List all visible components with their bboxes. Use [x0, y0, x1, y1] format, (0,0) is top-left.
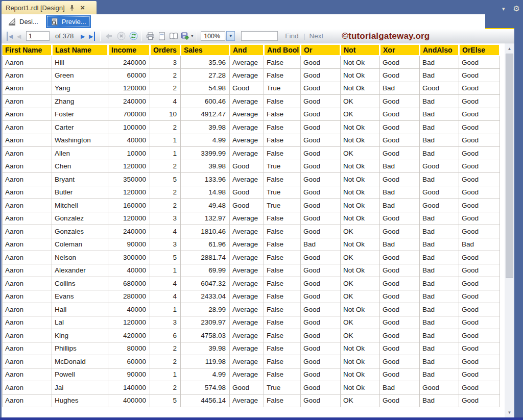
next-link[interactable]: Next	[310, 32, 324, 40]
export-button[interactable]: ▾	[181, 31, 193, 41]
cell: Good	[459, 82, 500, 95]
next-page-icon: ▶	[81, 32, 85, 41]
cell: Aaron	[3, 186, 52, 199]
tab-design[interactable]: Desi...	[4, 15, 43, 28]
zoom-caret-icon[interactable]: ▼	[226, 31, 235, 41]
cell: 4.99	[181, 368, 230, 381]
pin-icon[interactable]	[68, 4, 76, 11]
tab-preview[interactable]: Previe...	[46, 15, 91, 28]
table-row: AaronHall40000128.99AverageFalseGoodNot …	[3, 303, 500, 316]
prev-page-icon: ◀	[17, 32, 21, 41]
cell: Jai	[52, 381, 108, 394]
column-header-not: Not	[341, 45, 380, 56]
cell: Good	[301, 290, 341, 303]
cell: Not Ok	[341, 238, 380, 251]
chevron-down-icon[interactable]: ▾	[502, 6, 505, 12]
cell: Not Ok	[341, 342, 380, 355]
cell: Good	[459, 264, 500, 277]
cell: 140000	[108, 381, 150, 394]
cell: Good	[380, 121, 420, 134]
cell: 14.98	[181, 186, 230, 199]
zoom-select[interactable]: 100%	[201, 31, 225, 41]
cell: 2	[150, 355, 181, 368]
cell: Coleman	[52, 238, 108, 251]
cell: 300000	[108, 251, 150, 264]
cell: 1	[150, 303, 181, 316]
cell: 10000	[108, 147, 150, 160]
cell: False	[264, 277, 301, 290]
scrollbar-thumb[interactable]	[506, 54, 513, 278]
cell: Average	[230, 290, 264, 303]
cell: Lal	[52, 316, 108, 329]
scroll-down-icon[interactable]: ▼	[505, 408, 514, 416]
cell: Good	[420, 160, 459, 173]
cell: Not Ok	[341, 134, 380, 147]
cell: Aaron	[3, 394, 52, 407]
cell: Good	[380, 56, 420, 69]
cell: Not Ok	[341, 56, 380, 69]
cell: Good	[380, 264, 420, 277]
table-row: AaronNelson30000052881.74AverageFalseGoo…	[3, 251, 500, 264]
find-input[interactable]	[241, 31, 278, 41]
cell: 61.96	[181, 238, 230, 251]
cell: Good	[230, 199, 264, 212]
cell: True	[264, 186, 301, 199]
cell: Good	[301, 134, 341, 147]
mode-tab-strip: Desi... Previe...	[2, 14, 485, 29]
cell: Good	[459, 342, 500, 355]
cell: Bad	[380, 160, 420, 173]
cell: OK	[341, 251, 380, 264]
cell: Mitchell	[52, 199, 108, 212]
print-button[interactable]	[146, 31, 155, 41]
page-number-input[interactable]	[26, 31, 50, 41]
vertical-scrollbar[interactable]: ▲ ▼	[505, 43, 514, 417]
cell: Good	[459, 121, 500, 134]
cell: False	[264, 251, 301, 264]
cell: 3399.99	[181, 147, 230, 160]
table-row: AaronButler120000214.98GoodTrueGoodNot O…	[3, 186, 500, 199]
cell: Not Ok	[341, 212, 380, 225]
cell: Good	[301, 316, 341, 329]
cell: Good	[380, 134, 420, 147]
cell: 1810.46	[181, 225, 230, 238]
cell: Aaron	[3, 108, 52, 121]
last-page-button[interactable]: ▶	[87, 31, 97, 41]
gear-icon[interactable]: ⚙	[513, 4, 520, 13]
cell: Aaron	[3, 56, 52, 69]
print-layout-button[interactable]	[157, 31, 167, 41]
stop-button[interactable]	[116, 31, 126, 41]
cell: Bad	[420, 368, 459, 381]
first-page-icon: ◀	[7, 32, 13, 41]
cell: Not Ok	[341, 69, 380, 82]
column-header-income: Income	[108, 45, 150, 56]
cell: Bad	[420, 56, 459, 69]
page-setup-button[interactable]	[169, 31, 178, 41]
cell: Butler	[52, 186, 108, 199]
cell: OK	[341, 147, 380, 160]
brand-text: ©tutorialgateway.org	[342, 31, 430, 41]
cell: OK	[341, 394, 380, 407]
first-page-button[interactable]: ◀	[5, 31, 14, 41]
cell: Hall	[52, 303, 108, 316]
close-icon[interactable]: ×	[79, 4, 86, 11]
column-header-first-name: First Name	[3, 45, 52, 56]
back-button[interactable]	[104, 31, 113, 41]
cell: 1	[150, 134, 181, 147]
cell: 680000	[108, 277, 150, 290]
cell: Not Ok	[341, 160, 380, 173]
cell: 5	[150, 394, 181, 407]
scroll-up-icon[interactable]: ▲	[505, 44, 514, 53]
cell: Good	[380, 342, 420, 355]
next-page-button[interactable]: ▶	[78, 31, 87, 41]
cell: Bryant	[52, 173, 108, 186]
cell: Good	[459, 108, 500, 121]
find-link[interactable]: Find	[285, 32, 298, 40]
cell: Bad	[420, 342, 459, 355]
cell: Good	[301, 225, 341, 238]
document-tab[interactable]: Report1.rdl [Design] ×	[2, 1, 97, 14]
prev-page-button[interactable]: ◀	[14, 31, 23, 41]
refresh-button[interactable]	[129, 31, 138, 41]
link-separator: |	[303, 33, 305, 40]
cell: Aaron	[3, 290, 52, 303]
header-row: First NameLast NameIncomeOrdersSalesAndA…	[3, 45, 500, 56]
